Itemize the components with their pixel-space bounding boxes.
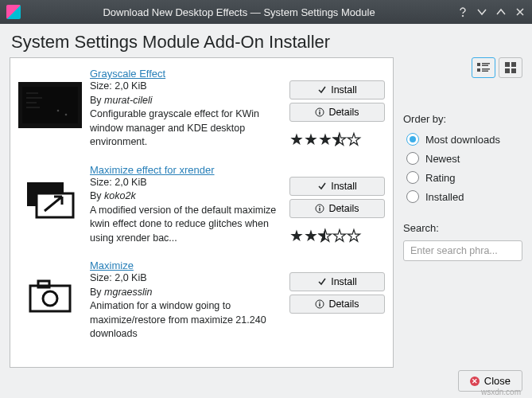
radio-icon [406,152,419,165]
svg-point-0 [462,15,464,17]
install-button[interactable]: Install [289,272,385,291]
search-label: Search: [403,222,522,234]
cancel-icon: ✕ [470,377,480,386]
check-icon [317,277,327,287]
svg-point-6 [57,110,59,111]
svg-point-20 [320,302,321,303]
svg-rect-1 [22,87,78,123]
radio-most-downloads[interactable]: Most downloads [406,133,522,146]
close-icon[interactable] [515,6,526,18]
list-item: Grayscale Effect Size: 2,0 KiB By murat-… [18,64,385,161]
item-title-link[interactable]: Maximize effect for xrender [90,164,215,176]
info-icon [315,107,324,117]
svg-rect-28 [505,62,510,67]
order-by-label: Order by: [403,113,522,125]
install-button[interactable]: Install [289,177,385,196]
svg-point-7 [65,114,67,115]
svg-rect-30 [505,68,510,73]
radio-installed[interactable]: Installed [406,190,522,203]
svg-rect-29 [511,62,516,67]
details-button[interactable]: Details [289,199,385,218]
svg-rect-22 [477,63,480,66]
svg-rect-27 [482,71,488,72]
list-item: Maximize effect for xrender Size: 2,0 Ki… [18,161,385,257]
item-title-link[interactable]: Grayscale Effect [90,68,165,80]
svg-point-9 [320,110,321,111]
app-icon [6,5,21,19]
help-icon[interactable] [457,6,468,18]
list-view-icon [477,62,490,73]
order-radio-group: Most downloads Newest Rating Installed [403,133,522,203]
radio-newest[interactable]: Newest [406,152,522,165]
item-description: Animation for a window going to maximize… [90,299,282,341]
search-input[interactable] [403,240,522,261]
list-item: Maximize Size: 2,0 KiB By mgraesslin Ani… [18,256,385,345]
item-size: Size: 2,0 KiB [90,271,282,286]
details-button[interactable]: Details [289,295,385,314]
item-size: Size: 2,0 KiB [90,80,282,94]
item-author: By koko2k [90,189,282,204]
item-thumbnail [18,82,82,128]
radio-icon [406,133,419,146]
rating-stars: ★★★★★ [289,226,385,245]
check-icon [317,85,327,95]
svg-rect-23 [482,63,490,64]
svg-rect-15 [320,208,320,211]
titlebar: Download New Desktop Effects — System Se… [0,0,532,24]
item-title-link[interactable]: Maximize [90,259,134,271]
maximize-icon[interactable] [495,6,507,18]
window-title: Download New Desktop Effects — System Se… [27,6,451,18]
grid-view-icon [505,62,516,73]
install-button[interactable]: Install [289,80,385,100]
svg-rect-21 [320,303,320,306]
addon-list: Grayscale Effect Size: 2,0 KiB By murat-… [10,57,394,368]
item-size: Size: 2,0 KiB [90,176,282,190]
rating-stars: ★★★★★ [289,130,385,149]
item-thumbnail [18,178,82,224]
list-view-button[interactable] [472,57,495,78]
radio-rating[interactable]: Rating [406,171,522,184]
minimize-icon[interactable] [476,6,487,18]
radio-icon [406,171,419,184]
svg-rect-24 [482,65,488,67]
item-thumbnail [18,274,82,320]
item-author: By murat-cileli [90,94,282,108]
page-title: System Settings Module Add-On Installer [0,24,532,57]
svg-rect-25 [477,68,480,72]
svg-rect-26 [482,68,490,70]
grid-view-button[interactable] [499,57,522,78]
svg-point-18 [43,291,57,306]
check-icon [317,181,327,191]
item-description: A modified version of the default maximi… [90,204,282,246]
item-description: Configurable grayscale effect for KWin w… [90,107,282,150]
info-icon [315,299,324,309]
svg-point-14 [320,205,321,207]
sidebar: Order by: Most downloads Newest Rating I… [403,57,522,368]
details-button[interactable]: Details [289,103,385,122]
svg-rect-17 [38,281,49,287]
radio-icon [406,190,419,203]
svg-rect-16 [30,286,70,311]
svg-rect-31 [511,68,516,73]
svg-rect-10 [320,111,320,115]
watermark: wsxdn.com [481,388,521,396]
info-icon [315,204,324,213]
item-author: By mgraesslin [90,286,282,300]
